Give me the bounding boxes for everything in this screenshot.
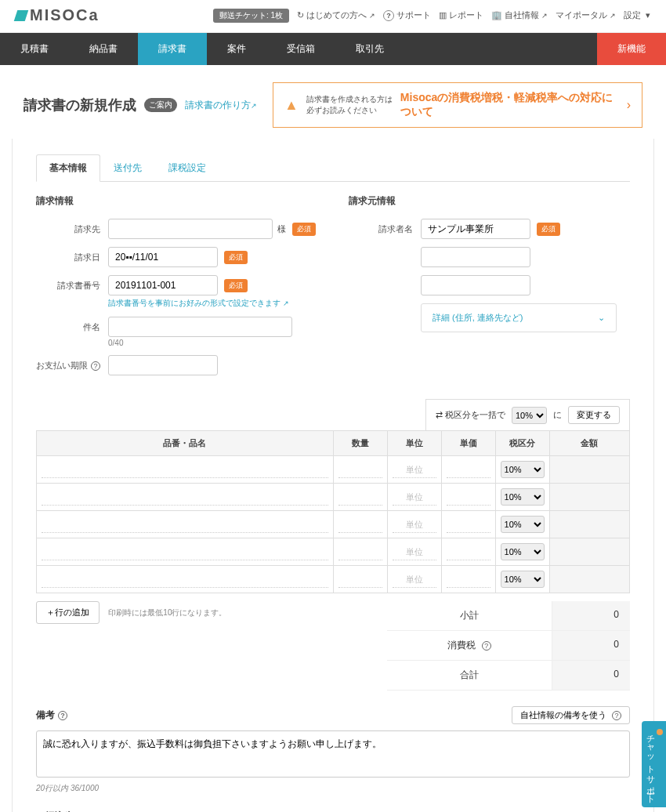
help-icon[interactable]: ? [58, 711, 67, 720]
grand-value: 0 [552, 661, 630, 690]
sender-name-label: 請求者名 [349, 223, 421, 235]
table-row: 10% [37, 456, 630, 484]
link-first-time[interactable]: はじめての方へ [297, 9, 375, 21]
item-tax-select[interactable]: 10% [501, 571, 545, 588]
tab-dest[interactable]: 送付先 [100, 154, 155, 182]
required-badge: 必須 [537, 223, 560, 236]
remarks-head: 備考? 自社情報の備考を使う ? [36, 706, 630, 724]
guide-link[interactable]: 請求書の作り方 [185, 99, 257, 112]
item-tax-select[interactable]: 10% [501, 488, 545, 506]
nav-new-feature[interactable]: 新機能 [597, 33, 666, 65]
item-unit-input[interactable] [393, 516, 436, 533]
topbar: MISOCa 郵送チケット: 1枚 はじめての方へ サポート レポート 自社情報… [0, 0, 666, 33]
bulk-rate-select[interactable]: 10% [512, 407, 547, 424]
tax-value: 0 [552, 631, 630, 660]
chat-support-tab[interactable]: チャットサポート [642, 721, 666, 807]
item-amount-cell [549, 511, 629, 538]
item-unit-input[interactable] [393, 571, 436, 588]
item-name-input[interactable] [42, 543, 328, 560]
sender-extra2-input[interactable] [421, 275, 530, 295]
item-qty-input[interactable] [338, 516, 382, 533]
item-qty-input[interactable] [338, 571, 382, 588]
item-tax-select[interactable]: 10% [501, 461, 545, 478]
item-name-input[interactable] [42, 516, 328, 533]
th-name: 品番・品名 [37, 431, 334, 456]
due-input[interactable] [108, 355, 218, 375]
grand-label: 合計 [387, 661, 552, 690]
remarks-count: 20行以内 36/1000 [36, 783, 630, 794]
tax-label: 消費税 ? [387, 631, 552, 660]
item-amount-cell [549, 538, 629, 566]
item-name-input[interactable] [42, 488, 328, 506]
num-input[interactable] [108, 275, 218, 295]
items-table: 品番・品名 数量 単位 単価 税区分 金額 10%10%10%10%10% [36, 430, 630, 593]
required-badge: 必須 [224, 279, 248, 292]
link-portal[interactable]: マイポータル [556, 9, 616, 21]
item-amount-cell [549, 566, 629, 593]
help-icon[interactable]: ? [91, 361, 100, 371]
item-tax-select[interactable]: 10% [501, 543, 545, 560]
use-company-remarks-button[interactable]: 自社情報の備考を使う ? [512, 706, 630, 724]
banner-main: Misocaの消費税増税・軽減税率への対応について [400, 91, 619, 119]
chevron-down-icon: ⌄ [598, 313, 605, 323]
warning-icon: ▲ [284, 97, 299, 114]
page-title: 請求書の新規作成 [24, 96, 136, 114]
date-label: 請求日 [36, 252, 108, 263]
help-icon [383, 10, 394, 21]
item-unit-input[interactable] [393, 488, 436, 506]
item-price-input[interactable] [447, 488, 490, 506]
tab-basic[interactable]: 基本情報 [36, 154, 100, 182]
item-qty-input[interactable] [338, 543, 382, 560]
logo[interactable]: MISOCa [16, 6, 100, 24]
item-price-input[interactable] [447, 461, 490, 478]
date-input[interactable] [108, 247, 218, 267]
th-unit: 単位 [387, 431, 441, 456]
sender-heading: 請求元情報 [349, 194, 630, 208]
item-unit-input[interactable] [393, 543, 436, 560]
client-label: 請求先 [36, 223, 108, 235]
nav-contacts[interactable]: 取引先 [335, 33, 404, 65]
add-row-button[interactable]: ＋行の追加 [36, 601, 100, 624]
nav-inbox[interactable]: 受信箱 [266, 33, 335, 65]
form-container: 基本情報 送付先 課税設定 請求情報 請求先 様 必須 請求日 必須 請求書番号… [12, 139, 654, 812]
client-input[interactable] [108, 219, 273, 239]
nav-delivery[interactable]: 納品書 [69, 33, 138, 65]
totals-row: ＋行の追加 印刷時には最低10行になります。 小計0 消費税 ?0 合計0 [36, 601, 630, 691]
sender-name-input[interactable] [421, 219, 530, 239]
add-row-note: 印刷時には最低10行になります。 [108, 608, 226, 617]
num-hint-link[interactable]: 請求書番号を事前にお好みの形式で設定できます [108, 298, 289, 309]
sender-extra1-input[interactable] [421, 247, 530, 267]
item-name-input[interactable] [42, 571, 328, 588]
item-price-input[interactable] [447, 571, 490, 588]
sender-details-toggle[interactable]: 詳細 (住所, 連絡先など) ⌄ [421, 303, 617, 332]
remarks-textarea[interactable]: 誠に恐れ入りますが、振込手数料は御負担下さいますようお願い申し上げます。 [36, 730, 630, 778]
settings-menu[interactable]: 設定 [624, 9, 650, 21]
item-qty-input[interactable] [338, 488, 382, 506]
link-support[interactable]: サポート [383, 9, 431, 21]
th-amount: 金額 [549, 431, 629, 456]
subtotal-label: 小計 [387, 601, 552, 630]
request-info-col: 請求情報 請求先 様 必須 請求日 必須 請求書番号 必須 請求書番号を事前にお… [36, 194, 317, 383]
nav-invoice[interactable]: 請求書 [138, 33, 207, 65]
subject-count: 0/40 [108, 339, 317, 347]
help-icon[interactable]: ? [482, 641, 491, 651]
logo-text: MISOCa [30, 6, 100, 24]
tax-banner[interactable]: ▲ 請求書を作成される方は必ずお読みください Misocaの消費税増税・軽減税率… [273, 82, 642, 128]
item-tax-select[interactable]: 10% [501, 516, 545, 533]
item-price-input[interactable] [447, 516, 490, 533]
nav-estimate[interactable]: 見積書 [0, 33, 69, 65]
th-tax: 税区分 [495, 431, 549, 456]
item-unit-input[interactable] [393, 461, 436, 478]
bulk-apply-button[interactable]: 変更する [568, 406, 620, 424]
link-company[interactable]: 自社情報 [491, 9, 548, 21]
nav-project[interactable]: 案件 [207, 33, 266, 65]
link-report[interactable]: レポート [439, 9, 483, 21]
item-qty-input[interactable] [338, 461, 382, 478]
ticket-badge[interactable]: 郵送チケット: 1枚 [213, 9, 289, 23]
item-name-input[interactable] [42, 461, 328, 478]
subject-label: 件名 [36, 321, 108, 333]
form-columns: 請求情報 請求先 様 必須 請求日 必須 請求書番号 必須 請求書番号を事前にお… [36, 194, 630, 383]
item-price-input[interactable] [447, 543, 490, 560]
subject-input[interactable] [108, 317, 292, 337]
tab-tax[interactable]: 課税設定 [155, 154, 219, 182]
